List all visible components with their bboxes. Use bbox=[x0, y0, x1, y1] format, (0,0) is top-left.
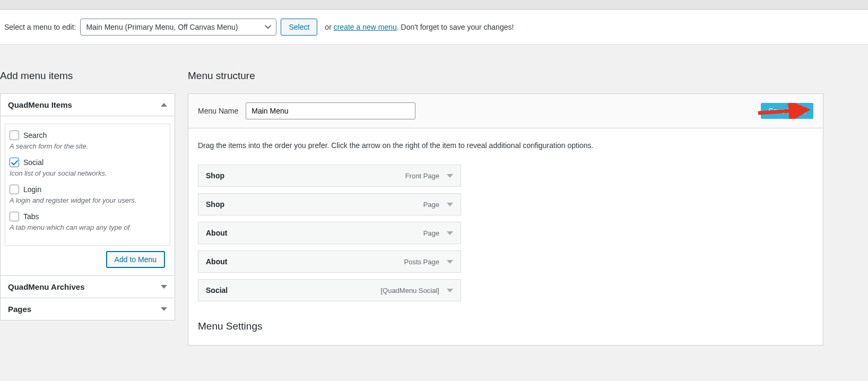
menu-settings-heading: Menu Settings bbox=[198, 321, 813, 332]
select-button[interactable]: Select bbox=[281, 19, 317, 36]
quadmenu-items-list[interactable]: Search A search form for the site. Socia… bbox=[5, 124, 170, 246]
chevron-down-icon[interactable] bbox=[447, 260, 453, 264]
checkbox-login[interactable] bbox=[10, 185, 19, 194]
list-item: Social Icon list of your social networks… bbox=[10, 158, 166, 177]
menu-item[interactable]: Shop Front Page bbox=[198, 164, 461, 187]
chevron-down-icon bbox=[161, 307, 167, 311]
menu-structure-heading: Menu structure bbox=[188, 70, 823, 82]
or-text: or create a new menu. Don't forget to sa… bbox=[325, 23, 514, 31]
menu-select-bar: Select a menu to edit: Main Menu (Primar… bbox=[0, 10, 868, 45]
create-new-menu-link[interactable]: create a new menu bbox=[334, 23, 397, 31]
checkbox-search[interactable] bbox=[10, 131, 19, 140]
add-menu-items-heading: Add menu items bbox=[0, 70, 175, 82]
list-item: Login A login and register widget for yo… bbox=[10, 185, 166, 204]
chevron-down-icon[interactable] bbox=[447, 231, 453, 235]
save-menu-button[interactable]: Save Menu bbox=[761, 103, 813, 119]
menu-select-label: Select a menu to edit: bbox=[4, 23, 76, 31]
chevron-down-icon[interactable] bbox=[447, 203, 453, 206]
chevron-down-icon bbox=[161, 285, 167, 289]
menu-item[interactable]: Shop Page bbox=[198, 193, 461, 215]
menu-item[interactable]: About Posts Page bbox=[198, 250, 461, 273]
quadmenu-items-toggle[interactable]: QuadMenu Items bbox=[1, 94, 175, 116]
pages-panel: Pages bbox=[0, 298, 175, 321]
menu-header: Menu Name Save Menu bbox=[188, 94, 823, 128]
quadmenu-archives-panel: QuadMenu Archives bbox=[0, 276, 175, 298]
list-item: Search A search form for the site. bbox=[10, 131, 166, 150]
menu-select-dropdown[interactable]: Main Menu (Primary Menu, Off Canvas Menu… bbox=[80, 19, 276, 36]
menu-edit-box: Menu Name Save Menu D bbox=[188, 93, 823, 345]
checkbox-tabs[interactable] bbox=[10, 212, 19, 221]
add-to-menu-button[interactable]: Add to Menu bbox=[106, 251, 165, 268]
menu-item[interactable]: Social [QuadMenu Social] bbox=[198, 279, 461, 301]
menu-name-input[interactable] bbox=[246, 102, 415, 119]
quadmenu-items-panel: QuadMenu Items Search A search form for … bbox=[0, 93, 175, 276]
list-item: Tabs A tab menu which can wrap any type … bbox=[10, 212, 166, 231]
quadmenu-archives-toggle[interactable]: QuadMenu Archives bbox=[1, 276, 175, 298]
menu-name-label: Menu Name bbox=[198, 107, 238, 115]
chevron-down-icon[interactable] bbox=[447, 174, 453, 178]
pages-toggle[interactable]: Pages bbox=[1, 298, 175, 320]
drag-help-text: Drag the items into the order you prefer… bbox=[198, 141, 813, 150]
checkbox-social[interactable] bbox=[10, 158, 19, 167]
chevron-up-icon bbox=[161, 103, 167, 107]
chevron-down-icon[interactable] bbox=[447, 289, 453, 292]
menu-item[interactable]: About Page bbox=[198, 222, 461, 244]
